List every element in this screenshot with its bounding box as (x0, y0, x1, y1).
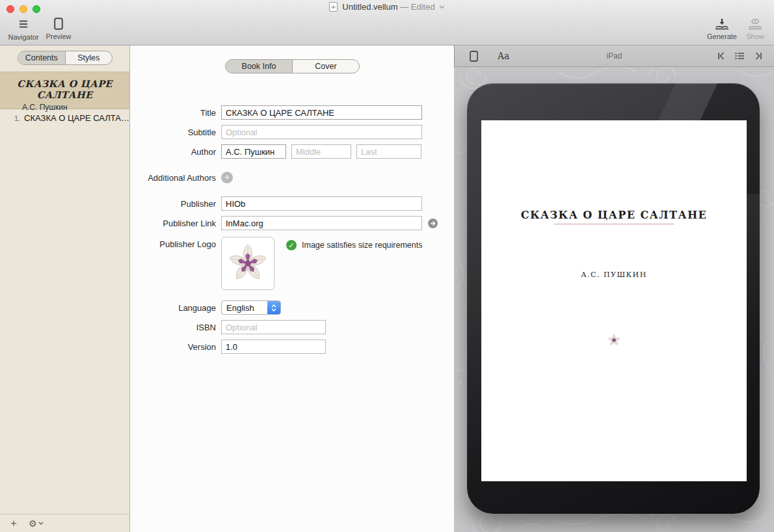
sidebar: Contents Styles СКАЗКА О ЦАРЕ САЛТАНЕ А.… (0, 46, 130, 532)
book-info-panel: Book Info Cover Title Subtitle Author Ad… (130, 46, 454, 532)
go-last-page-icon[interactable] (754, 52, 762, 60)
generate-icon (704, 18, 740, 32)
title-input[interactable] (221, 105, 422, 120)
publisher-field-label: Publisher (130, 199, 221, 209)
sidebar-book-title: СКАЗКА О ЦАРЕ САЛТАНЕ (0, 78, 129, 100)
document-title: Untitled.vellum (342, 2, 397, 12)
add-chapter-button[interactable]: + (10, 517, 23, 530)
chapter-title: СКАЗКА О ЦАРЕ САЛТА… (24, 113, 129, 123)
isbn-field-label: ISBN (130, 323, 221, 332)
navigator-label: Navigator (8, 33, 38, 41)
tab-cover[interactable]: Cover (292, 60, 359, 73)
navigator-icon (5, 18, 42, 33)
language-popup[interactable]: English (221, 300, 281, 315)
author-middle-input[interactable] (291, 144, 351, 159)
show-label: Show (746, 33, 764, 40)
vellum-window: Untitled.vellum — Edited Navigator Previ… (0, 0, 774, 532)
window-chrome: Untitled.vellum — Edited Navigator Previ… (0, 0, 774, 46)
preview-icon (43, 18, 74, 32)
generate-button[interactable]: Generate (704, 17, 740, 40)
gear-icon[interactable]: ⚙ (29, 518, 37, 529)
edited-status[interactable]: Edited (411, 2, 435, 12)
preview-toggle-button[interactable]: Preview (43, 17, 74, 40)
additional-authors-label: Additional Authors (130, 173, 221, 183)
author-field-label: Author (130, 147, 221, 157)
subtitle-input[interactable] (221, 125, 422, 139)
sidebar-tabs: Contents Styles (18, 51, 113, 65)
main-tabs: Book Info Cover (225, 59, 360, 73)
generate-label: Generate (707, 33, 737, 40)
publisher-input[interactable] (221, 196, 422, 211)
publisher-logo-label: Publisher Logo (130, 237, 221, 249)
language-field-label: Language (130, 303, 221, 313)
publisher-link-input[interactable] (221, 216, 422, 230)
preview-toolbar: iPad Aa (454, 46, 774, 67)
author-first-input[interactable] (221, 144, 286, 159)
subtitle-field-label: Subtitle (130, 127, 221, 137)
language-value: English (222, 303, 267, 313)
isbn-input[interactable] (221, 320, 326, 334)
preview-book-author: А.С. ПУШКИН (481, 271, 747, 279)
gear-chevron-down-icon[interactable] (38, 522, 44, 525)
publisher-link-label: Publisher Link (130, 219, 221, 228)
preview-book-title: СКАЗКА О ЦАРЕ САЛТАНЕ (481, 209, 747, 221)
publisher-logo-flower-image (226, 242, 269, 285)
publisher-logo-well[interactable] (221, 237, 274, 290)
preview-canvas: СКАЗКА О ЦАРЕ САЛТАНЕ А.С. ПУШКИН (454, 67, 774, 532)
title-rule (554, 224, 674, 224)
sidebar-book-header[interactable]: СКАЗКА О ЦАРЕ САЛТАНЕ А.С. Пушкин (0, 72, 129, 109)
popup-stepper-icon (267, 300, 280, 315)
sidebar-chapter-item[interactable]: 1. СКАЗКА О ЦАРЕ САЛТА… (0, 109, 129, 127)
document-icon (329, 2, 338, 12)
ipad-device-frame: СКАЗКА О ЦАРЕ САЛТАНЕ А.С. ПУШКИН (467, 83, 760, 514)
logo-size-status: Image satisfies size requirements (302, 241, 423, 250)
chapter-number: 1. (12, 114, 20, 122)
contents-list-icon[interactable] (735, 52, 745, 60)
title-dash: — (400, 2, 408, 12)
show-icon (741, 18, 769, 32)
preview-publisher-logo-icon (481, 334, 747, 347)
preview-panel: iPad Aa (454, 46, 774, 532)
add-author-button[interactable]: + (221, 172, 233, 183)
preview-label: Preview (46, 33, 71, 40)
go-first-page-icon[interactable] (717, 52, 726, 60)
sidebar-footer: + ⚙ (0, 514, 129, 532)
tab-styles[interactable]: Styles (65, 51, 113, 64)
title-chevron-down-icon[interactable] (439, 5, 445, 9)
author-last-input[interactable] (356, 144, 421, 159)
window-title: Untitled.vellum — Edited (0, 2, 774, 12)
ipad-screen[interactable]: СКАЗКА О ЦАРЕ САЛТАНЕ А.С. ПУШКИН (481, 120, 747, 481)
open-link-button[interactable] (428, 219, 438, 228)
version-input[interactable] (221, 339, 326, 354)
version-field-label: Version (130, 342, 221, 352)
tab-book-info[interactable]: Book Info (226, 60, 292, 73)
navigator-button[interactable]: Navigator (5, 17, 42, 41)
size-check-icon: ✓ (286, 240, 297, 250)
title-field-label: Title (130, 108, 221, 118)
tab-contents[interactable]: Contents (18, 51, 65, 64)
show-button[interactable]: Show (741, 17, 769, 40)
